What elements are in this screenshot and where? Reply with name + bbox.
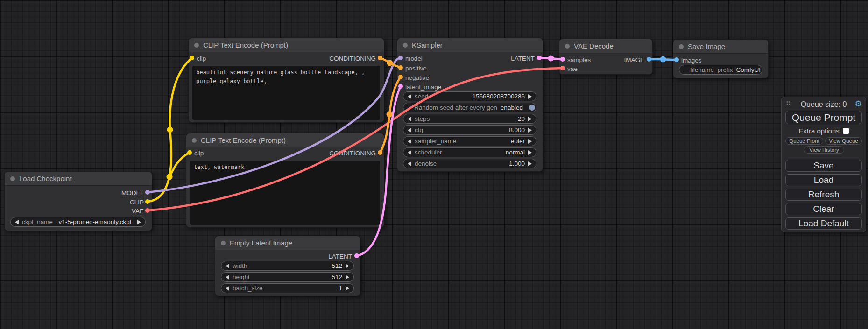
- widget-label: batch_size: [233, 285, 263, 292]
- decrement-arrow-icon[interactable]: [408, 150, 411, 155]
- node-title: CLIP Text Encode (Prompt): [203, 41, 288, 49]
- increment-arrow-icon[interactable]: [528, 128, 532, 133]
- load-default-button[interactable]: Load Default: [785, 217, 862, 230]
- widget-value: 1.000: [509, 160, 525, 167]
- denoise-widget[interactable]: denoise 1.000: [403, 159, 536, 168]
- collapse-dot-icon[interactable]: [194, 43, 199, 48]
- widget-value: 512: [332, 273, 342, 280]
- node-empty-latent-image[interactable]: Empty Latent Image LATENT width 512 heig…: [215, 236, 360, 296]
- clear-button[interactable]: Clear: [785, 203, 862, 215]
- node-title-bar[interactable]: Save Image: [673, 40, 768, 54]
- output-label-conditioning: CONDITIONING: [329, 55, 376, 62]
- collapse-dot-icon[interactable]: [679, 44, 684, 49]
- view-history-button[interactable]: View History: [804, 146, 844, 154]
- node-title-bar[interactable]: VAE Decode: [559, 39, 652, 53]
- queue-panel-header: ⠿ Queue size: 0 ⚙: [782, 99, 866, 109]
- increment-arrow-icon[interactable]: [528, 94, 532, 99]
- decrement-arrow-icon[interactable]: [408, 128, 411, 133]
- node-title-bar[interactable]: Load Checkpoint: [5, 172, 152, 186]
- node-vae-decode[interactable]: VAE Decode samples vae IMAGE: [559, 39, 653, 75]
- prompt-textarea[interactable]: beautiful scenery nature glass bottle la…: [192, 66, 380, 120]
- node-clip-text-encode-positive[interactable]: CLIP Text Encode (Prompt) clip CONDITION…: [188, 38, 384, 123]
- view-queue-button[interactable]: View Queue: [825, 137, 862, 145]
- input-label-samples: samples: [567, 56, 591, 63]
- load-button[interactable]: Load: [785, 174, 862, 186]
- decrement-arrow-icon[interactable]: [408, 161, 411, 166]
- wire-clip-to-positive-encode: [148, 58, 192, 202]
- increment-arrow-icon[interactable]: [528, 117, 532, 121]
- reroute-dot[interactable]: [387, 60, 393, 66]
- increment-arrow-icon[interactable]: [346, 275, 349, 280]
- collapse-dot-icon[interactable]: [192, 138, 197, 143]
- cfg-widget[interactable]: cfg 8.000: [403, 125, 536, 135]
- decrement-arrow-icon[interactable]: [408, 139, 411, 144]
- reroute-dot[interactable]: [167, 127, 173, 133]
- seed-widget[interactable]: seed 156680208700286: [403, 91, 536, 101]
- reroute-dot[interactable]: [167, 174, 173, 180]
- queue-prompt-button[interactable]: Queue Prompt: [785, 111, 862, 124]
- reroute-dot[interactable]: [387, 112, 393, 118]
- increment-arrow-icon[interactable]: [346, 264, 349, 268]
- output-label-conditioning: CONDITIONING: [329, 150, 376, 157]
- node-title-bar[interactable]: KSampler: [397, 38, 543, 52]
- random-seed-widget[interactable]: Random seed after every gen enabled: [403, 103, 536, 112]
- increment-arrow-icon[interactable]: [346, 286, 349, 291]
- decrement-arrow-icon[interactable]: [226, 286, 229, 291]
- save-button[interactable]: Save: [785, 160, 862, 172]
- node-save-image[interactable]: Save Image images filename_prefix ComfyU…: [673, 39, 769, 78]
- decrement-arrow-icon[interactable]: [408, 94, 411, 99]
- batch-size-widget[interactable]: batch_size 1: [221, 283, 354, 293]
- node-clip-text-encode-negative[interactable]: CLIP Text Encode (Prompt) clip CONDITION…: [186, 133, 384, 228]
- node-load-checkpoint[interactable]: Load Checkpoint MODEL CLIP VAE ckpt_name…: [4, 171, 152, 231]
- widget-value: v1-5-pruned-emaonly.ckpt: [59, 218, 132, 225]
- widget-label: height: [233, 273, 250, 280]
- node-title: Save Image: [688, 42, 725, 50]
- decrement-arrow-icon[interactable]: [226, 275, 229, 280]
- toggle-dot-icon[interactable]: [529, 105, 535, 111]
- prompt-textarea[interactable]: text, watermark: [190, 161, 380, 225]
- decrement-arrow-icon[interactable]: [226, 264, 229, 268]
- collapse-dot-icon[interactable]: [403, 43, 408, 48]
- reroute-dot[interactable]: [548, 56, 554, 62]
- widget-value: enabled: [501, 104, 523, 111]
- steps-widget[interactable]: steps 20: [403, 114, 536, 124]
- width-widget[interactable]: width 512: [221, 261, 354, 271]
- node-title-bar[interactable]: CLIP Text Encode (Prompt): [189, 38, 384, 52]
- node-title-bar[interactable]: CLIP Text Encode (Prompt): [186, 133, 384, 147]
- sampler-name-widget[interactable]: sampler_name euler: [403, 136, 536, 146]
- collapse-dot-icon[interactable]: [10, 176, 15, 181]
- input-label-clip: clip: [194, 150, 204, 157]
- output-label-model: MODEL: [121, 189, 144, 196]
- node-title: Load Checkpoint: [19, 175, 72, 182]
- height-widget[interactable]: height 512: [221, 272, 354, 282]
- collapse-dot-icon[interactable]: [565, 44, 570, 49]
- refresh-button[interactable]: Refresh: [785, 189, 862, 201]
- output-label-clip: CLIP: [130, 199, 144, 206]
- filename-prefix-widget[interactable]: filename_prefix ComfyUI: [679, 65, 762, 75]
- scheduler-widget[interactable]: scheduler normal: [403, 147, 536, 157]
- increment-arrow-icon[interactable]: [528, 139, 532, 144]
- widget-value: 1: [339, 285, 342, 292]
- queue-front-button[interactable]: Queue Front: [785, 137, 823, 145]
- decrement-arrow-icon[interactable]: [408, 117, 411, 121]
- queue-panel[interactable]: ⠿ Queue size: 0 ⚙ Queue Prompt Extra opt…: [781, 97, 866, 232]
- widget-value: ComfyUI: [736, 66, 761, 73]
- input-label-images: images: [681, 57, 702, 64]
- widget-value: euler: [511, 138, 525, 145]
- node-title-bar[interactable]: Empty Latent Image: [215, 236, 360, 250]
- widget-label: ckpt_name: [22, 218, 53, 225]
- queue-size-label: Queue size: 0: [782, 100, 866, 109]
- widget-value: 156680208700286: [472, 93, 525, 100]
- increment-arrow-icon[interactable]: [528, 150, 532, 155]
- node-ksampler[interactable]: KSampler model positive negative latent_…: [397, 38, 543, 172]
- increment-arrow-icon[interactable]: [137, 220, 141, 224]
- decrement-arrow-icon[interactable]: [15, 220, 19, 224]
- collapse-dot-icon[interactable]: [221, 241, 226, 245]
- increment-arrow-icon[interactable]: [528, 161, 532, 166]
- settings-gear-icon[interactable]: ⚙: [855, 99, 862, 109]
- ckpt-name-widget[interactable]: ckpt_name v1-5-pruned-emaonly.ckpt: [10, 217, 146, 227]
- node-title: Empty Latent Image: [230, 239, 292, 247]
- widget-label: Random seed after every gen: [414, 104, 497, 111]
- reroute-dot[interactable]: [660, 56, 666, 63]
- extra-options-checkbox[interactable]: [843, 128, 849, 134]
